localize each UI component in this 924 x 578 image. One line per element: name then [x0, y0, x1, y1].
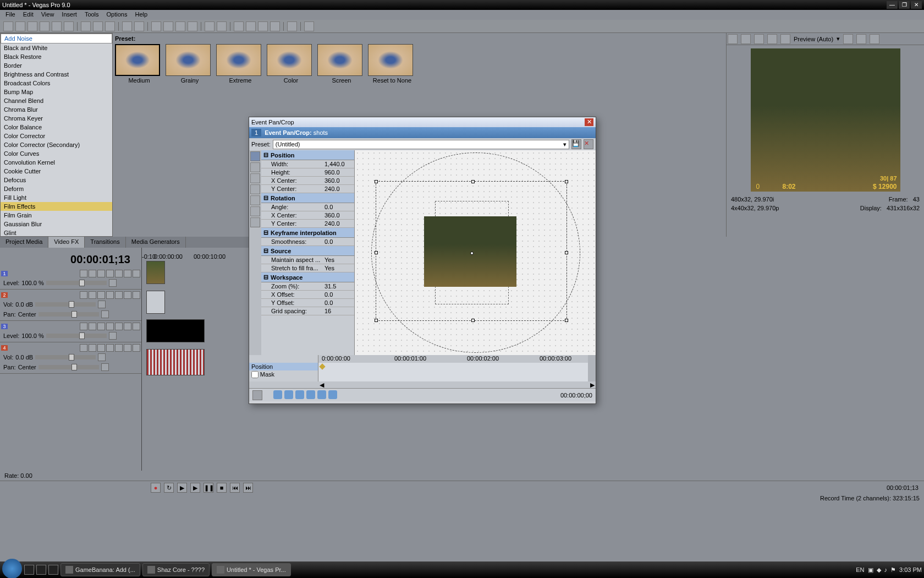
- loop-button[interactable]: ↻: [164, 483, 174, 493]
- fx-item[interactable]: Border: [1, 61, 112, 70]
- fx-item[interactable]: Black Restore: [1, 52, 112, 61]
- selection-tool[interactable]: [234, 21, 244, 31]
- save-button[interactable]: [28, 21, 37, 31]
- cut-button[interactable]: [81, 21, 91, 31]
- move-freely-tool[interactable]: [250, 217, 260, 227]
- fx-item[interactable]: Film Grain: [1, 211, 112, 220]
- track-control[interactable]: [80, 344, 87, 352]
- open-button[interactable]: [15, 21, 25, 31]
- preset-thumbnail[interactable]: Grainy: [166, 44, 214, 84]
- taskbar-item[interactable]: GameBanana: Add (...: [61, 563, 140, 576]
- fx-item[interactable]: Color Corrector: [1, 132, 112, 140]
- fx-item[interactable]: Gaussian Blur: [1, 220, 112, 228]
- copy-button[interactable]: [93, 21, 103, 31]
- menu-tools[interactable]: Tools: [85, 11, 99, 19]
- preview-overlay-button[interactable]: [843, 34, 853, 44]
- kf-last-button[interactable]: [328, 390, 337, 399]
- play-button[interactable]: ▶: [190, 483, 200, 493]
- track-header[interactable]: 4Vol:0.0 dBPan:Center: [0, 342, 141, 374]
- lock-aspect-tool[interactable]: [250, 195, 260, 205]
- audio-clip-1[interactable]: [146, 291, 165, 314]
- track-control[interactable]: [115, 323, 123, 330]
- normal-tool[interactable]: [205, 21, 215, 31]
- track-control[interactable]: [80, 323, 87, 330]
- fx-item[interactable]: Brightness and Contrast: [1, 70, 112, 79]
- next-button[interactable]: ⏭: [243, 483, 253, 493]
- tab-project-media[interactable]: Project Media: [0, 237, 48, 248]
- track-control[interactable]: [97, 291, 105, 299]
- fx-item[interactable]: Channel Blend: [1, 96, 112, 105]
- track-control[interactable]: [89, 344, 96, 352]
- tray-icon[interactable]: ◆: [877, 566, 881, 574]
- quick-launch-2[interactable]: [36, 565, 46, 575]
- language-indicator[interactable]: EN: [856, 566, 864, 573]
- maximize-button[interactable]: ❐: [899, 1, 910, 9]
- event-pan-crop-window[interactable]: Event Pan/Crop ✕ 1 Event Pan/Crop: shots…: [249, 117, 596, 404]
- snap-tool[interactable]: [250, 184, 260, 194]
- prop-row[interactable]: Zoom (%):31.5: [261, 282, 354, 291]
- autoripple-button[interactable]: [188, 21, 197, 31]
- fx-item[interactable]: Chroma Keyer: [1, 114, 112, 123]
- preset-thumbnail[interactable]: Reset to None: [368, 44, 416, 84]
- preview-quality-button[interactable]: [780, 34, 790, 44]
- track-control[interactable]: [106, 344, 114, 352]
- quick-launch-1[interactable]: [24, 565, 34, 575]
- track-control[interactable]: [98, 301, 106, 308]
- fx-item[interactable]: Film Effects: [1, 202, 112, 211]
- start-button[interactable]: [2, 559, 22, 578]
- crop-canvas[interactable]: [355, 150, 596, 355]
- ripple-button[interactable]: [175, 21, 185, 31]
- track-control[interactable]: [80, 270, 87, 277]
- track-control[interactable]: [109, 279, 117, 287]
- render-button[interactable]: [40, 21, 50, 31]
- track-control[interactable]: [80, 291, 87, 299]
- fx-item[interactable]: Bump Map: [1, 88, 112, 96]
- track-control[interactable]: [101, 363, 109, 371]
- prev-button[interactable]: ⏮: [230, 483, 240, 493]
- fx-item[interactable]: Color Balance: [1, 123, 112, 132]
- pause-button[interactable]: ❚❚: [204, 483, 213, 493]
- menu-view[interactable]: View: [41, 11, 54, 19]
- slider-thumb[interactable]: [79, 280, 85, 286]
- properties-button[interactable]: [52, 21, 62, 31]
- minimize-button[interactable]: —: [887, 1, 898, 9]
- track-control[interactable]: [124, 344, 131, 352]
- track-control[interactable]: [97, 270, 105, 277]
- prop-row[interactable]: Y Offset:0.0: [261, 299, 354, 307]
- track-control[interactable]: [89, 323, 96, 330]
- modal-preset-dropdown[interactable]: (Untitled) ▾: [273, 140, 569, 149]
- prop-row[interactable]: Y Center:240.0: [261, 220, 354, 228]
- rotation-center[interactable]: [470, 252, 474, 255]
- tray-icon[interactable]: ♪: [884, 566, 888, 573]
- kf-create-button[interactable]: [295, 390, 304, 399]
- prop-row[interactable]: X Offset:0.0: [261, 291, 354, 299]
- slider-thumb[interactable]: [72, 311, 77, 318]
- track-control[interactable]: [115, 344, 123, 352]
- prop-section[interactable]: ⊟Position: [261, 150, 354, 160]
- fx-item[interactable]: Cookie Cutter: [1, 167, 112, 176]
- prop-row[interactable]: Smoothness:0.0: [261, 238, 354, 246]
- fx-item[interactable]: Color Curves: [1, 149, 112, 158]
- tab-video-fx[interactable]: Video FX: [48, 237, 85, 248]
- menu-options[interactable]: Options: [107, 11, 128, 19]
- menu-edit[interactable]: Edit: [23, 11, 34, 19]
- prop-section[interactable]: ⊟Rotation: [261, 193, 354, 203]
- snap-button[interactable]: [151, 21, 161, 31]
- tab-media-generators[interactable]: Media Generators: [126, 237, 186, 248]
- prop-row[interactable]: Angle:0.0: [261, 203, 354, 211]
- quick-launch-3[interactable]: [48, 565, 58, 575]
- track-header[interactable]: 3Level:100.0 %: [0, 321, 141, 342]
- slider-thumb[interactable]: [69, 301, 74, 308]
- video-clip-2[interactable]: [146, 319, 205, 342]
- tray-clock[interactable]: 3:03 PM: [899, 566, 922, 573]
- handle-nw[interactable]: [375, 180, 378, 183]
- slider-thumb[interactable]: [69, 354, 74, 361]
- prop-row[interactable]: Height:960.0: [261, 168, 354, 177]
- track-control[interactable]: [109, 332, 117, 340]
- help-button[interactable]: [287, 21, 297, 31]
- fx-item[interactable]: Defocus: [1, 176, 112, 184]
- menu-file[interactable]: File: [6, 11, 15, 19]
- toolbar-btn-6[interactable]: [64, 21, 74, 31]
- track-control[interactable]: [115, 291, 123, 299]
- taskbar-item[interactable]: Untitled * - Vegas Pr...: [212, 563, 291, 576]
